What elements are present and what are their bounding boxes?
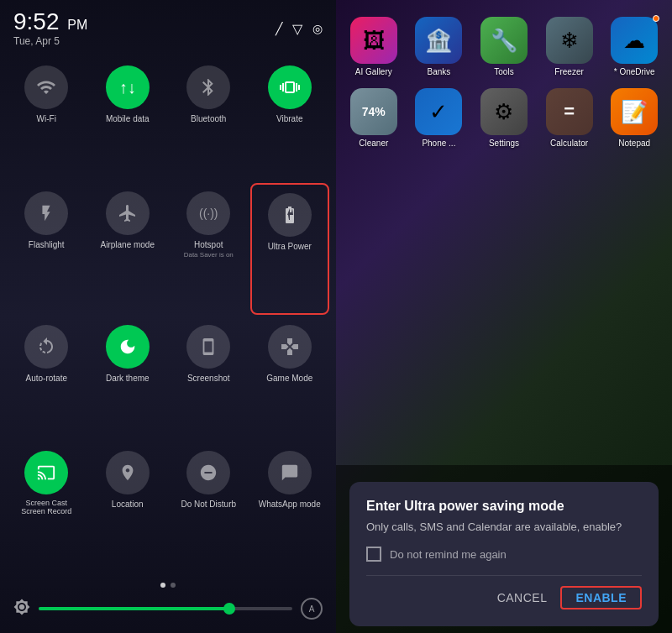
location-icon	[106, 451, 150, 494]
time-period: PM	[67, 18, 87, 32]
app-settings[interactable]: ⚙ Settings	[475, 88, 533, 148]
vibrate-icon	[268, 65, 312, 109]
flashlight-icon	[24, 191, 68, 235]
clock-time: 9:52 PM	[13, 10, 87, 34]
qs-mobile-data[interactable]: ↑↓ Mobile data	[88, 57, 168, 181]
qs-vibrate[interactable]: Vibrate	[250, 57, 330, 181]
auto-rotate-label: Auto-rotate	[26, 374, 67, 384]
enable-button[interactable]: ENABLE	[560, 586, 642, 609]
home-screen: 🖼 AI Gallery 🏦 Banks 🔧 Tools ❄ Freezer ☁	[336, 0, 672, 633]
quick-settings-grid: Wi-Fi ↑↓ Mobile data Bluetooth Vibrate	[0, 50, 336, 579]
settings-label: Settings	[489, 139, 519, 148]
time-block: 9:52 PM Tue, Apr 5	[13, 10, 87, 47]
freezer-icon: ❄	[546, 17, 593, 64]
app-onedrive[interactable]: ☁ * OneDrive	[605, 17, 664, 76]
ultra-power-dialog: Enter Ultra power saving mode Only calls…	[349, 482, 659, 626]
app-banks[interactable]: 🏦 Banks	[410, 17, 469, 76]
qs-bluetooth[interactable]: Bluetooth	[169, 57, 249, 181]
tools-icon: 🔧	[480, 17, 528, 64]
qs-flashlight[interactable]: Flashlight	[7, 183, 87, 316]
freezer-label: Freezer	[554, 67, 583, 76]
cleaner-label: Cleaner	[359, 139, 388, 148]
vibrate-label: Vibrate	[276, 114, 303, 124]
qs-screenshot[interactable]: Screenshot	[169, 316, 249, 441]
banks-icon: 🏦	[415, 17, 462, 64]
qs-airplane[interactable]: Airplane mode	[88, 183, 168, 316]
qs-dark-theme[interactable]: Dark theme	[88, 316, 168, 441]
app-notepad[interactable]: 📝 Notepad	[605, 88, 664, 148]
qs-whatsapp[interactable]: WhatsApp mode	[250, 442, 330, 573]
auto-label: A	[309, 604, 315, 614]
page-dots	[0, 579, 336, 594]
mobile-data-label: Mobile data	[106, 114, 150, 124]
location-label: Location	[112, 500, 144, 510]
dnd-label: Do Not Disturb	[181, 500, 236, 510]
airplane-label: Airplane mode	[101, 240, 155, 250]
whatsapp-icon	[268, 451, 312, 494]
ultra-power-icon	[268, 193, 312, 237]
dialog-title: Enter Ultra power saving mode	[366, 499, 642, 514]
wifi-label: Wi-Fi	[37, 114, 56, 124]
target-icon: ◎	[312, 22, 323, 35]
brightness-fill	[39, 607, 229, 610]
auto-rotate-icon	[24, 325, 68, 369]
app-phone[interactable]: ✓ Phone ...	[410, 88, 469, 148]
ai-gallery-label: AI Gallery	[355, 67, 392, 76]
qs-screen-cast[interactable]: Screen CastScreen Record	[7, 442, 87, 573]
calculator-icon: =	[546, 88, 593, 135]
cancel-button[interactable]: CANCEL	[497, 586, 548, 609]
brightness-bar[interactable]: A	[0, 594, 336, 633]
tools-label: Tools	[494, 67, 513, 76]
qs-wifi[interactable]: Wi-Fi	[7, 57, 87, 181]
date: Tue, Apr 5	[13, 35, 87, 47]
hotspot-label: Hotspot	[194, 240, 223, 250]
wifi-icon	[24, 65, 68, 109]
onedrive-label: * OneDrive	[614, 67, 655, 76]
status-icons: ╱ ▽ ◎	[276, 21, 323, 37]
dot-1	[160, 583, 165, 588]
dialog-buttons: CANCEL ENABLE	[366, 575, 642, 609]
qs-location[interactable]: Location	[88, 442, 168, 573]
whatsapp-label: WhatsApp mode	[259, 500, 321, 510]
apps-row-1: 🖼 AI Gallery 🏦 Banks 🔧 Tools ❄ Freezer ☁	[336, 0, 672, 85]
qs-auto-rotate[interactable]: Auto-rotate	[7, 316, 87, 441]
do-not-disturb-icon	[186, 451, 230, 494]
hotspot-sublabel: Data Saver is on	[184, 251, 234, 259]
quick-settings-panel: 9:52 PM Tue, Apr 5 ╱ ▽ ◎ Wi-Fi ↑↓ Mob	[0, 0, 336, 633]
ultra-power-label: Ultra Power	[268, 242, 312, 252]
dialog-checkbox-row: Do not remind me again	[366, 547, 642, 562]
banks-label: Banks	[427, 67, 450, 76]
qs-hotspot[interactable]: ((·)) Hotspot Data Saver is on	[169, 183, 249, 316]
hotspot-icon: ((·))	[186, 191, 230, 235]
qs-game-mode[interactable]: Game Mode	[250, 316, 330, 441]
edit-icon: ╱	[276, 22, 282, 35]
app-calculator[interactable]: = Calculator	[540, 88, 599, 148]
mobile-data-icon: ↑↓	[106, 65, 150, 109]
qs-ultra-power[interactable]: Ultra Power	[250, 183, 330, 316]
dot-2	[171, 583, 176, 588]
status-bar: 9:52 PM Tue, Apr 5 ╱ ▽ ◎	[0, 0, 336, 50]
auto-brightness-button[interactable]: A	[301, 598, 323, 620]
app-cleaner[interactable]: 74% Cleaner	[344, 88, 403, 148]
app-ai-gallery[interactable]: 🖼 AI Gallery	[344, 17, 403, 76]
app-freezer[interactable]: ❄ Freezer	[540, 17, 599, 76]
calculator-label: Calculator	[550, 139, 588, 148]
brightness-track[interactable]	[39, 607, 292, 610]
dialog-checkbox[interactable]	[366, 547, 381, 562]
screen-cast-label: Screen CastScreen Record	[21, 500, 71, 516]
dialog-checkbox-label: Do not remind me again	[390, 548, 507, 561]
dialog-body: Only calls, SMS and Calendar are availab…	[366, 521, 642, 533]
qs-do-not-disturb[interactable]: Do Not Disturb	[169, 442, 249, 573]
screenshot-label: Screenshot	[187, 374, 230, 384]
app-tools[interactable]: 🔧 Tools	[475, 17, 533, 76]
dark-theme-label: Dark theme	[106, 374, 150, 384]
airplane-icon	[106, 191, 150, 235]
notepad-icon: 📝	[611, 88, 658, 135]
ai-gallery-icon: 🖼	[350, 17, 397, 64]
flashlight-label: Flashlight	[29, 240, 65, 250]
game-mode-icon	[268, 325, 312, 369]
signal-filter-icon: ▽	[292, 21, 302, 37]
cleaner-icon: 74%	[350, 88, 397, 135]
dark-theme-icon	[106, 325, 150, 369]
phone-label: Phone ...	[422, 139, 455, 148]
